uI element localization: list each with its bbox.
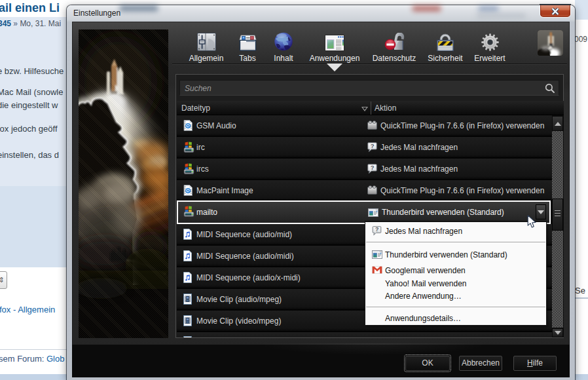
svg-text:?: ? [371,142,375,149]
svg-text:?: ? [371,164,375,171]
svg-text:?: ? [375,226,378,233]
